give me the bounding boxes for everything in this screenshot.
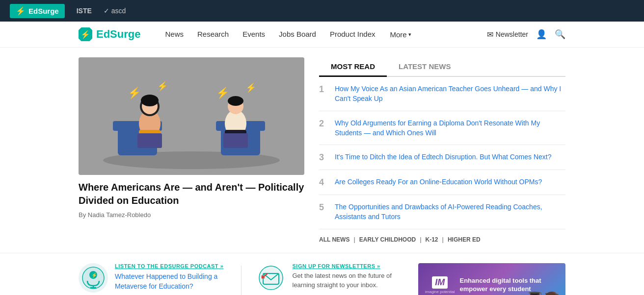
nav-link-research[interactable]: Research (197, 30, 229, 38)
k12-link[interactable]: K-12 (426, 236, 438, 243)
ad-banner[interactable]: IM imagine potential Enhanced digital to… (418, 263, 565, 295)
podcast-label[interactable]: LISTEN TO THE EDSURGE PODCAST » (115, 263, 226, 269)
vertical-divider (241, 266, 242, 295)
tabs: MOST READ LATEST NEWS (319, 57, 565, 77)
featured-article: ⚡ ⚡ ⚡ ⚡ Where Americans Are — and Aren't… (79, 57, 304, 243)
item-title-2[interactable]: Why Old Arguments for Earning a Diploma … (335, 118, 565, 138)
ad-people-illustration: 🧑‍🎓🧒 (526, 291, 561, 295)
podcast-title-link[interactable]: Whatever Happened to Building a Metavers… (115, 272, 217, 290)
item-title-1[interactable]: How My Voice As an Asian American Teache… (335, 84, 565, 104)
edsurge-logo-top[interactable]: ⚡ EdSurge (10, 4, 65, 18)
podcast-title[interactable]: Whatever Happened to Building a Metavers… (115, 271, 226, 292)
sidebar-footer-links: ALL NEWS | EARLY CHILDHOOD | K-12 | HIGH… (319, 236, 565, 243)
tab-latest-news[interactable]: LATEST NEWS (387, 57, 462, 77)
edsurge-text-top: EdSurge (28, 7, 59, 15)
item-title-3[interactable]: It's Time to Ditch the Idea of Edtech Di… (335, 152, 552, 162)
featured-author: By Nadia Tamez-Robledo (79, 211, 304, 219)
edsurge-icon-top: ⚡ (16, 6, 26, 16)
newsletter-link[interactable]: ✉ Newsletter (487, 30, 528, 39)
nav-link-events[interactable]: Events (242, 30, 265, 38)
main-content: ⚡ ⚡ ⚡ ⚡ Where Americans Are — and Aren't… (0, 48, 644, 253)
svg-text:⚡: ⚡ (216, 86, 230, 99)
iste-partner[interactable]: ISTE (77, 7, 92, 15)
nav-right: ✉ Newsletter 👤 🔍 (487, 29, 565, 40)
svg-rect-19 (137, 133, 162, 148)
edsurge-logo-nav[interactable]: ⚡ EdSurge (79, 27, 140, 41)
svg-rect-20 (223, 133, 248, 148)
svg-text:⚡: ⚡ (91, 272, 98, 278)
svg-text:⚡: ⚡ (245, 82, 257, 93)
all-news-link[interactable]: ALL NEWS (319, 236, 349, 243)
nav-more-label: More (390, 30, 407, 39)
chevron-down-icon: ▾ (408, 31, 411, 38)
higher-ed-link[interactable]: HIGHER ED (448, 236, 481, 243)
ad-logo: IM imagine potential (425, 276, 455, 294)
newsletter-promo: SIGN UP FOR NEWSLETTERS » Get the latest… (256, 263, 404, 293)
item-title-4[interactable]: Are Colleges Ready For an Online-Educati… (335, 177, 542, 187)
podcast-text: LISTEN TO THE EDSURGE PODCAST » Whatever… (115, 263, 226, 292)
nav-item-news[interactable]: News (165, 30, 184, 39)
newsletter-label: Newsletter (496, 30, 528, 38)
sidebar: MOST READ LATEST NEWS 1 How My Voice As … (319, 57, 565, 243)
nav-item-research[interactable]: Research (197, 30, 229, 39)
nav-link-news[interactable]: News (165, 30, 184, 38)
newsletter-label[interactable]: SIGN UP FOR NEWSLETTERS » (293, 263, 404, 269)
item-number-1: 1 (319, 84, 328, 95)
item-number-3: 3 (319, 152, 328, 163)
ascd-partner[interactable]: ✓ ascd (104, 7, 126, 15)
svg-point-16 (228, 96, 243, 106)
nav-links: News Research Events Jobs Board Product … (165, 30, 375, 39)
newsletter-icon (256, 263, 286, 293)
ascd-check-icon: ✓ (104, 7, 109, 15)
svg-text:⚡: ⚡ (157, 81, 168, 92)
nav-bar: ⚡ EdSurge News Research Events Jobs Boar… (0, 22, 644, 48)
item-number-4: 4 (319, 177, 328, 188)
item-title-5[interactable]: The Opportunities and Drawbacks of AI-Po… (335, 202, 565, 222)
top-bar: ⚡ EdSurge ISTE ✓ ascd (0, 0, 644, 22)
nav-item-product-index[interactable]: Product Index (330, 30, 376, 39)
bottom-section: ⚡ LISTEN TO THE EDSURGE PODCAST » Whatev… (0, 253, 644, 295)
newsletter-desc: Get the latest news on the future of lea… (293, 271, 404, 290)
svg-text:⚡: ⚡ (128, 86, 141, 99)
tab-most-read[interactable]: MOST READ (319, 57, 387, 77)
newsletter-text: SIGN UP FOR NEWSLETTERS » Get the latest… (293, 263, 404, 290)
item-number-2: 2 (319, 119, 328, 129)
envelope-icon: ✉ (487, 30, 493, 39)
nav-item-jobs-board[interactable]: Jobs Board (279, 30, 316, 39)
list-item: 3 It's Time to Ditch the Idea of Edtech … (319, 145, 565, 170)
ad-im-text: IM (432, 276, 448, 289)
list-item: 2 Why Old Arguments for Earning a Diplom… (319, 111, 565, 146)
nav-item-events[interactable]: Events (242, 30, 265, 39)
nav-link-product-index[interactable]: Product Index (330, 30, 376, 38)
featured-title[interactable]: Where Americans Are — and Aren't — Polit… (79, 181, 304, 207)
podcast-icon: ⚡ (79, 263, 108, 293)
list-item: 5 The Opportunities and Drawbacks of AI-… (319, 195, 565, 229)
nav-more-button[interactable]: More ▾ (390, 30, 411, 39)
edsurge-icon-nav: ⚡ (79, 27, 92, 41)
list-item: 1 How My Voice As an Asian American Teac… (319, 77, 565, 111)
edsurge-text-nav: EdSurge (96, 28, 140, 41)
search-icon-button[interactable]: 🔍 (555, 29, 565, 40)
ad-logo-subtext: imagine potential (425, 290, 455, 294)
item-number-5: 5 (319, 202, 328, 213)
featured-image[interactable]: ⚡ ⚡ ⚡ ⚡ (79, 57, 304, 175)
list-item: 4 Are Colleges Ready For an Online-Educa… (319, 170, 565, 195)
svg-point-10 (141, 95, 159, 106)
most-read-list: 1 How My Voice As an Asian American Teac… (319, 77, 565, 229)
nav-link-jobs-board[interactable]: Jobs Board (279, 30, 316, 38)
user-icon-button[interactable]: 👤 (536, 29, 547, 40)
podcast-promo: ⚡ LISTEN TO THE EDSURGE PODCAST » Whatev… (79, 263, 226, 293)
early-childhood-link[interactable]: EARLY CHILDHOOD (359, 236, 416, 243)
iste-icon: ISTE (77, 7, 92, 15)
ascd-text: ascd (111, 7, 126, 15)
